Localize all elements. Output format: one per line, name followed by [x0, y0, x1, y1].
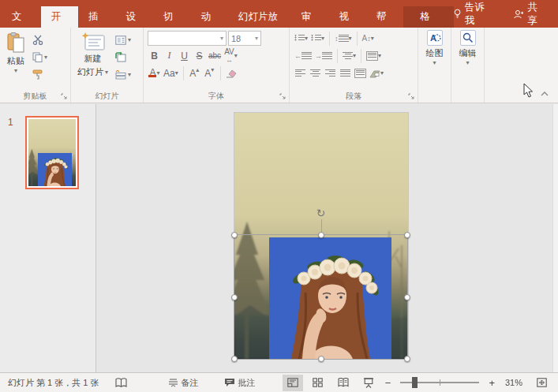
powerpoint-window: 文件 开始 插入 设计 切换 动画 幻灯片放映 审阅 视图 帮助 格式 告诉我: [0, 0, 558, 392]
grow-font-button[interactable]: A ▴: [188, 65, 201, 80]
font-name-combo[interactable]: ▾: [148, 31, 227, 46]
distribute-icon: [354, 69, 366, 78]
dropdown-arrow-icon: ▾: [156, 71, 159, 76]
tell-me-label: 告诉我: [465, 1, 489, 28]
bold-button[interactable]: B: [148, 48, 161, 63]
slide-thumbnail[interactable]: [25, 116, 79, 189]
new-slide-icon: [81, 32, 105, 51]
resize-handle-middle-left[interactable]: [231, 294, 238, 301]
tab-review[interactable]: 审阅: [291, 6, 329, 28]
text-shadow-button[interactable]: abc: [208, 48, 222, 63]
rotate-handle[interactable]: ↻: [315, 207, 328, 219]
line-spacing-button[interactable]: ↕ ▾: [334, 31, 353, 46]
tab-file[interactable]: 文件: [0, 6, 41, 28]
ribbon-tab-bar: 文件 开始 插入 设计 切换 动画 幻灯片放映 审阅 视图 帮助 格式 告诉我: [0, 0, 558, 28]
resize-handle-bottom-left[interactable]: [231, 356, 238, 362]
smartart-icon: [369, 69, 380, 78]
drawing-button[interactable]: A 绘图 ▾: [418, 28, 451, 65]
tab-format[interactable]: 格式: [403, 6, 454, 28]
tab-animations[interactable]: 动画: [191, 6, 229, 28]
tab-help[interactable]: 帮助: [366, 6, 404, 28]
reset-slide-button[interactable]: [114, 50, 133, 64]
font-dialog-launcher[interactable]: [279, 93, 286, 100]
tab-slideshow[interactable]: 幻灯片放映: [228, 6, 291, 28]
dropdown-arrow-icon: ▾: [220, 35, 223, 42]
paragraph-dialog-launcher[interactable]: [408, 93, 415, 100]
clear-formatting-button[interactable]: [225, 65, 238, 80]
resize-handle-top-right[interactable]: [404, 232, 410, 238]
dropdown-arrow-icon: ▾: [378, 54, 381, 58]
align-text-button[interactable]: ▾: [365, 48, 382, 63]
columns-button[interactable]: ▾: [342, 48, 357, 63]
align-center-button[interactable]: [309, 65, 322, 80]
paste-button[interactable]: 粘贴 ▾: [4, 31, 28, 91]
tab-insert[interactable]: 插入: [78, 6, 116, 28]
new-slide-button[interactable]: 新建 幻灯片 ▾: [75, 31, 110, 91]
text-direction-button[interactable]: A ↕ ▾: [361, 31, 375, 46]
align-right-button[interactable]: [324, 65, 337, 80]
dropdown-arrow-icon: ▾: [128, 73, 131, 77]
increase-indent-button[interactable]: →: [314, 48, 333, 63]
portrait-picture[interactable]: [269, 237, 391, 359]
slideshow-view-button[interactable]: [358, 375, 379, 391]
strikethrough-button[interactable]: S: [193, 48, 206, 63]
underline-button[interactable]: U: [178, 48, 191, 63]
paste-label: 粘贴: [7, 55, 24, 67]
resize-handle-bottom-right[interactable]: [404, 356, 410, 362]
paragraph-group-label: 段落: [346, 91, 361, 100]
zoom-out-button[interactable]: −: [384, 373, 393, 392]
svg-text:A: A: [430, 33, 436, 43]
font-color-button[interactable]: A ▾: [148, 65, 161, 80]
vertical-scrollbar[interactable]: [552, 104, 558, 372]
notes-toggle-button[interactable]: 备注: [164, 373, 203, 392]
slide-canvas-area[interactable]: ↻: [97, 104, 558, 372]
dropdown-arrow-icon: ▾: [105, 70, 108, 75]
resize-handle-top-center[interactable]: [318, 232, 324, 238]
share-button[interactable]: 共享: [514, 1, 544, 28]
mouse-cursor: [523, 83, 534, 98]
editing-button[interactable]: 编辑 ▾: [451, 28, 484, 65]
cut-button[interactable]: [31, 33, 49, 47]
italic-button[interactable]: I: [163, 48, 176, 63]
font-size-combo[interactable]: 18 ▾: [228, 31, 261, 46]
tell-me-button[interactable]: 告诉我: [454, 1, 489, 28]
align-right-icon: [325, 69, 335, 77]
resize-handle-middle-right[interactable]: [404, 294, 410, 301]
slide-layout-button[interactable]: ▾: [114, 33, 133, 47]
reading-view-button[interactable]: [333, 375, 354, 391]
clipboard-dialog-launcher[interactable]: [61, 93, 68, 100]
tab-view[interactable]: 视图: [328, 6, 366, 28]
section-button[interactable]: ▾: [114, 68, 133, 81]
accessibility-book-icon: [115, 378, 127, 388]
justify-button[interactable]: [339, 65, 352, 80]
copy-button[interactable]: ▾: [31, 50, 49, 64]
align-left-button[interactable]: [294, 65, 307, 80]
decrease-indent-button[interactable]: ←: [294, 48, 313, 63]
numbering-button[interactable]: ▾: [310, 31, 325, 46]
character-spacing-button[interactable]: AV ↔ ▾: [223, 48, 238, 63]
tab-design[interactable]: 设计: [116, 6, 154, 28]
change-case-button[interactable]: Aa ▾: [163, 65, 179, 80]
dropdown-arrow-icon: ▾: [255, 35, 258, 42]
tab-home[interactable]: 开始: [41, 6, 79, 28]
resize-handle-bottom-center[interactable]: [318, 356, 324, 362]
slide-sorter-view-button[interactable]: [308, 375, 328, 391]
zoom-in-button[interactable]: +: [487, 373, 496, 392]
normal-view-button[interactable]: [283, 375, 303, 391]
distribute-button[interactable]: [354, 65, 367, 80]
zoom-slider-thumb[interactable]: [412, 377, 418, 388]
comments-toggle-button[interactable]: 批注: [220, 373, 260, 392]
collapse-ribbon-button[interactable]: [541, 91, 549, 96]
fit-slide-to-window-button[interactable]: [531, 375, 552, 391]
resize-handle-top-left[interactable]: [231, 232, 238, 238]
editing-group: 编辑 ▾: [451, 28, 485, 103]
accessibility-check-button[interactable]: [111, 373, 131, 392]
clipboard-group-label: 剪贴板: [24, 91, 47, 100]
shrink-font-button[interactable]: A ▾: [203, 65, 216, 80]
zoom-slider[interactable]: [400, 382, 479, 383]
tab-transitions[interactable]: 切换: [153, 6, 191, 28]
zoom-level-button[interactable]: 31%: [501, 373, 526, 392]
bullets-button[interactable]: ▾: [294, 31, 309, 46]
format-painter-button[interactable]: [31, 68, 49, 81]
smartart-convert-button[interactable]: ▾: [369, 65, 384, 80]
